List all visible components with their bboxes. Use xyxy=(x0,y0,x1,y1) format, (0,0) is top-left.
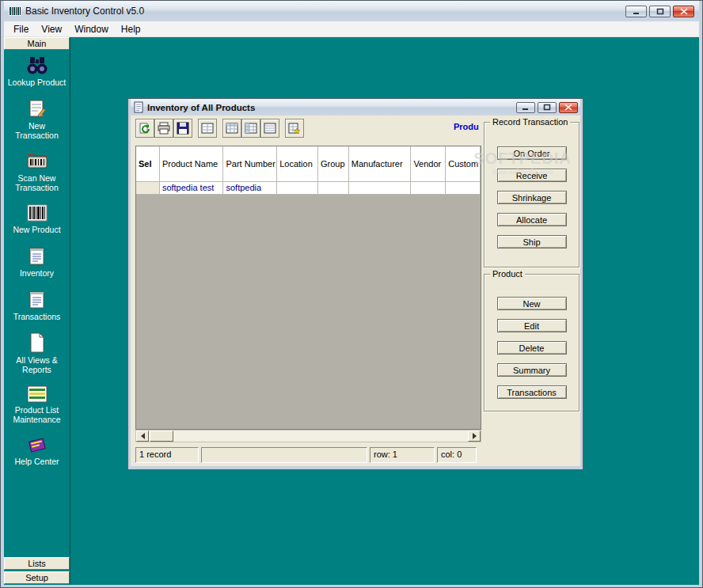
receive-button[interactable]: Receive xyxy=(497,169,567,182)
scrollbar-thumb[interactable] xyxy=(150,431,173,442)
record-transaction-panel-title: Record Transaction xyxy=(490,117,570,127)
sidebar-item-label: Lookup Product xyxy=(8,78,66,87)
refresh-button[interactable] xyxy=(135,119,154,138)
product-link[interactable]: Produ xyxy=(454,122,479,131)
book-icon xyxy=(27,435,48,454)
sidebar-item-label: Scan New Transaction xyxy=(6,173,68,192)
child-restore-button[interactable] xyxy=(538,102,557,113)
horizontal-scrollbar[interactable] xyxy=(135,430,481,442)
grid-view-icon xyxy=(245,122,257,135)
sidebar: Main Lookup Product xyxy=(4,37,70,585)
child-close-button[interactable] xyxy=(559,102,578,113)
column-header-custom[interactable]: Custom xyxy=(446,146,481,182)
window-controls xyxy=(625,6,694,17)
maximize-icon xyxy=(656,8,664,15)
binoculars-icon xyxy=(26,56,48,75)
sidebar-tab-setup[interactable]: Setup xyxy=(4,571,70,584)
product-panel: Product New Edit Delete Summary Transact… xyxy=(484,274,580,412)
column-header-part-number[interactable]: Part Number xyxy=(223,146,277,182)
row-manufacturer-cell xyxy=(349,182,412,195)
edit-button[interactable]: Edit xyxy=(497,319,567,332)
shrinkage-button[interactable]: Shrinkage xyxy=(497,191,567,204)
status-col-indicator: col: 0 xyxy=(437,447,477,463)
sidebar-item-label: New Transaction xyxy=(6,121,68,140)
new-button[interactable]: New xyxy=(497,297,567,310)
sidebar-item-all-views-reports[interactable]: All Views & Reports xyxy=(4,332,70,374)
child-titlebar[interactable]: Inventory of All Products xyxy=(131,99,580,116)
print-button[interactable] xyxy=(154,119,173,138)
summary-button[interactable]: Summary xyxy=(497,363,567,377)
sidebar-item-new-product[interactable]: New Product xyxy=(4,203,70,234)
sidebar-tab-main[interactable]: Main xyxy=(4,37,70,50)
status-message xyxy=(201,447,367,463)
row-part-number-cell: softpedia xyxy=(223,182,277,195)
column-header-group[interactable]: Group xyxy=(318,146,349,182)
sidebar-item-label: New Product xyxy=(13,225,60,234)
menu-file[interactable]: File xyxy=(7,22,35,36)
print-icon xyxy=(158,122,170,135)
sidebar-item-product-list-maintenance[interactable]: Product List Maintenance xyxy=(4,385,70,424)
scroll-left-button[interactable] xyxy=(136,431,149,442)
scrollbar-track[interactable] xyxy=(173,431,468,442)
sidebar-item-label: Transactions xyxy=(13,312,61,321)
minimize-button[interactable] xyxy=(625,6,647,17)
list-icon xyxy=(27,385,48,403)
sidebar-item-scan-new-transaction[interactable]: Scan New Transaction xyxy=(4,151,70,192)
column-header-vendor[interactable]: Vendor xyxy=(411,146,446,182)
child-content: Produ Sel Product Name Part Number Locat… xyxy=(131,116,580,466)
status-row-indicator: row: 1 xyxy=(370,447,435,463)
statusbar: 1 record row: 1 col: 0 xyxy=(135,447,477,463)
allocate-button[interactable]: Allocate xyxy=(497,213,567,226)
save-button[interactable] xyxy=(173,119,192,138)
grid-columns-button[interactable] xyxy=(222,119,241,138)
maximize-icon xyxy=(543,104,551,111)
minimize-icon xyxy=(522,104,530,111)
grid-view-button[interactable] xyxy=(241,119,260,138)
on-order-button[interactable]: On Order xyxy=(497,146,567,160)
row-sel-cell xyxy=(136,182,160,195)
document-icon xyxy=(28,332,46,353)
column-header-product-name[interactable]: Product Name xyxy=(160,146,224,182)
refresh-icon xyxy=(139,122,151,135)
menu-window[interactable]: Window xyxy=(68,22,115,36)
grid-header-row: Sel Product Name Part Number Location Gr… xyxy=(136,146,481,182)
table-view-button[interactable] xyxy=(198,119,217,138)
child-minimize-button[interactable] xyxy=(516,102,535,113)
menubar: File View Window Help xyxy=(4,21,699,37)
column-header-location[interactable]: Location xyxy=(277,146,318,182)
arrow-left-icon xyxy=(138,433,145,439)
app-window: Basic Inventory Control v5.0 File View W… xyxy=(0,0,703,588)
column-header-sel[interactable]: Sel xyxy=(136,146,160,182)
sidebar-item-label: Inventory xyxy=(20,268,54,278)
inventory-grid: Sel Product Name Part Number Location Gr… xyxy=(135,146,481,430)
menu-help[interactable]: Help xyxy=(115,22,147,36)
product-buttons: New Edit Delete Summary Transactions xyxy=(484,275,579,399)
sidebar-tab-lists[interactable]: Lists xyxy=(4,557,70,570)
sidebar-item-help-center[interactable]: Help Center xyxy=(4,435,70,466)
table-row[interactable]: softpedia test softpedia xyxy=(136,182,481,195)
row-group-cell xyxy=(318,182,349,195)
sidebar-item-label: Product List Maintenance xyxy=(6,405,68,424)
scroll-right-button[interactable] xyxy=(468,431,481,442)
delete-button[interactable]: Delete xyxy=(497,341,567,355)
ship-button[interactable]: Ship xyxy=(497,235,567,248)
maximize-button[interactable] xyxy=(649,6,671,17)
close-icon xyxy=(680,8,688,15)
column-header-manufacturer[interactable]: Manufacturer xyxy=(349,146,412,182)
close-icon xyxy=(564,104,572,111)
properties-button[interactable] xyxy=(285,119,304,138)
sidebar-item-new-transaction[interactable]: New Transaction xyxy=(4,98,70,140)
sidebar-item-transactions[interactable]: Transactions xyxy=(4,289,70,321)
arrow-right-icon xyxy=(473,433,480,439)
grid-lines-button[interactable] xyxy=(260,119,279,138)
scanner-icon xyxy=(26,151,48,171)
close-button[interactable] xyxy=(673,6,694,17)
sidebar-item-inventory[interactable]: Inventory xyxy=(4,245,70,278)
table-icon xyxy=(201,122,214,135)
barcode-icon xyxy=(27,203,48,222)
row-custom-cell xyxy=(446,182,481,195)
child-window-controls xyxy=(516,102,578,113)
menu-view[interactable]: View xyxy=(35,22,68,36)
sidebar-item-lookup-product[interactable]: Lookup Product xyxy=(4,56,70,87)
transactions-button[interactable]: Transactions xyxy=(497,385,567,399)
